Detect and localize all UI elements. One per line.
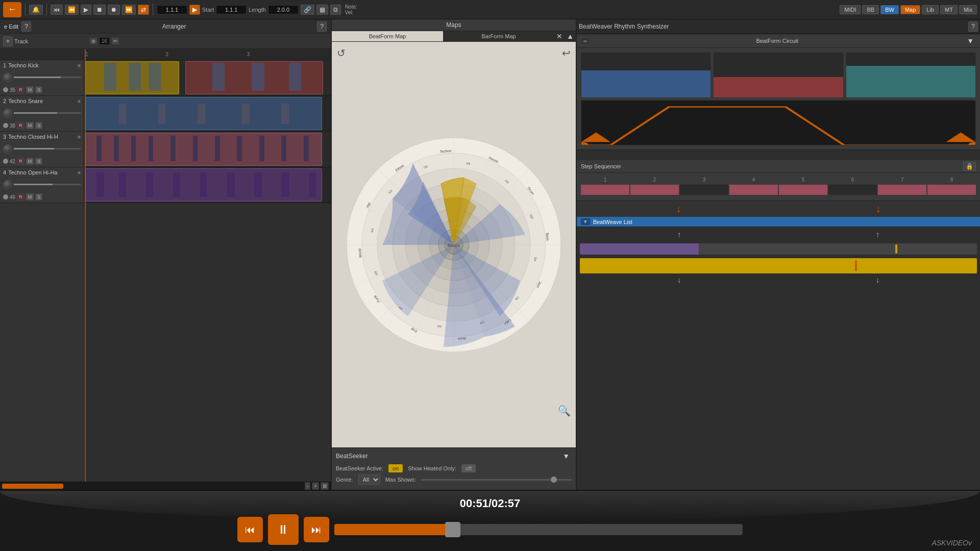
- zoom-out-btn[interactable]: -: [305, 482, 310, 490]
- track-4-knob[interactable]: [3, 180, 12, 189]
- step-back-button[interactable]: ⏪: [65, 5, 79, 15]
- maps-close-button[interactable]: ✕: [554, 31, 565, 41]
- fast-forward-button[interactable]: ⏩: [122, 5, 136, 15]
- bwl-bar-1[interactable]: [580, 243, 977, 255]
- clip[interactable]: [281, 104, 288, 124]
- track-3-r-btn[interactable]: R: [17, 158, 24, 165]
- rewind-button[interactable]: ⏮: [51, 5, 63, 15]
- grid-button[interactable]: ▦: [316, 5, 328, 15]
- stop-button[interactable]: ⏹: [93, 5, 106, 15]
- record-button[interactable]: ⏺: [108, 5, 120, 15]
- track-1-s-btn[interactable]: S: [35, 86, 42, 93]
- lib-button[interactable]: Lib: [922, 5, 939, 14]
- track-3-slider[interactable]: [14, 148, 81, 149]
- track-2-menu[interactable]: ≡: [78, 98, 81, 104]
- add-track-button[interactable]: +: [3, 36, 13, 46]
- track-4-s-btn[interactable]: S: [35, 193, 42, 201]
- bwl-bar-highlighted[interactable]: [582, 260, 975, 271]
- refresh-button[interactable]: ↺: [337, 47, 346, 59]
- bw-button[interactable]: BW: [880, 5, 899, 14]
- zoom-in-btn[interactable]: +: [312, 482, 319, 490]
- beatform-map-tab[interactable]: BeatForm Map: [332, 31, 443, 41]
- step-cell[interactable]: [779, 185, 827, 195]
- maps-expand-button[interactable]: ▲: [565, 31, 576, 41]
- play-button[interactable]: ▶: [81, 5, 91, 15]
- bs-genre-select[interactable]: All: [358, 474, 380, 485]
- progress-handle[interactable]: [445, 522, 460, 537]
- clip[interactable]: [289, 63, 301, 91]
- magnify-button[interactable]: 🔍: [558, 405, 571, 417]
- track-4-menu[interactable]: ≡: [78, 170, 81, 176]
- bw-help-button[interactable]: ?: [968, 21, 978, 32]
- barform-map-tab[interactable]: BarForm Map: [443, 31, 554, 41]
- step-cell[interactable]: [828, 185, 877, 195]
- track-4-r-btn[interactable]: R: [17, 193, 24, 201]
- step-cell[interactable]: [878, 185, 926, 195]
- track-3-s-btn[interactable]: S: [35, 158, 42, 165]
- track-1-knob[interactable]: [3, 73, 12, 82]
- track-4-m-btn[interactable]: M: [26, 193, 34, 201]
- step-cell[interactable]: [680, 185, 728, 195]
- bs-heated-toggle[interactable]: off: [461, 464, 476, 472]
- clone-button[interactable]: ⧉: [330, 5, 341, 15]
- clip[interactable]: [119, 104, 126, 124]
- bb-button[interactable]: BB: [862, 5, 879, 14]
- track-3-knob[interactable]: [3, 144, 12, 154]
- skip-forward-button[interactable]: ⏭: [304, 517, 329, 542]
- arranger-help2-button[interactable]: ?: [317, 21, 327, 32]
- zoom-btn[interactable]: ⊕: [89, 37, 97, 45]
- track-2-s-btn[interactable]: S: [35, 122, 42, 129]
- beat-map-svg[interactable]: Techno House Drum Bass Jazz Latin Rock P…: [341, 133, 566, 357]
- progress-bar-container[interactable]: [334, 524, 743, 535]
- track-1-menu[interactable]: ≡: [78, 63, 81, 68]
- step-cell[interactable]: [581, 185, 629, 195]
- loop-button[interactable]: ⇄: [138, 5, 149, 15]
- track-1-slider[interactable]: [14, 77, 81, 78]
- map-button[interactable]: Map: [900, 5, 920, 14]
- pencil-btn[interactable]: ✏: [111, 37, 119, 45]
- bwl-down-1[interactable]: ↓: [677, 276, 681, 285]
- bs-active-toggle[interactable]: on: [388, 464, 403, 472]
- clip[interactable]: [242, 104, 249, 124]
- pause-button[interactable]: ⏸: [268, 514, 299, 545]
- circuit-dropdown-btn[interactable]: ▼: [965, 36, 976, 46]
- bwl-expand-btn[interactable]: ▼: [581, 218, 590, 225]
- mix-button[interactable]: Mix: [959, 5, 977, 14]
- clip[interactable]: [212, 63, 225, 91]
- track-2-r-btn[interactable]: R: [17, 122, 24, 129]
- bwl-up-1[interactable]: ↑: [677, 230, 681, 239]
- clip[interactable]: [149, 63, 161, 91]
- midi-button[interactable]: MIDI: [840, 5, 861, 14]
- track-2-slider[interactable]: [14, 112, 81, 114]
- bwl-down-2[interactable]: ↓: [876, 276, 880, 285]
- link-button[interactable]: 🔗: [301, 5, 314, 15]
- track-1-r-btn[interactable]: R: [17, 86, 24, 93]
- clip[interactable]: [252, 63, 264, 91]
- bwl-up-2[interactable]: ↑: [876, 230, 880, 239]
- circuit-expand-btn[interactable]: ∞: [581, 37, 590, 45]
- skip-back-button[interactable]: ⏮: [237, 517, 263, 542]
- arranger-scrollbar[interactable]: - + ⊠: [0, 482, 331, 490]
- step-lock-btn[interactable]: 🔒: [963, 162, 976, 171]
- clip[interactable]: [104, 63, 116, 91]
- clip[interactable]: [129, 63, 141, 91]
- scrollbar-thumb[interactable]: [2, 484, 63, 489]
- clip[interactable]: [158, 104, 165, 124]
- step-cell[interactable]: [630, 185, 679, 195]
- bs-slider[interactable]: [421, 479, 572, 481]
- alert-button[interactable]: 🔔: [29, 5, 43, 15]
- track-3-m-btn[interactable]: M: [26, 158, 34, 165]
- track-3-menu[interactable]: ≡: [78, 134, 81, 140]
- clip[interactable]: [85, 133, 322, 166]
- mt-button[interactable]: MT: [940, 5, 958, 14]
- undo-button[interactable]: ↩: [562, 47, 571, 59]
- arranger-help-button[interactable]: ?: [21, 21, 31, 32]
- zoom-fit-btn[interactable]: ⊠: [321, 482, 329, 490]
- step-cell[interactable]: [729, 185, 778, 195]
- track-1-m-btn[interactable]: M: [26, 86, 34, 93]
- step-cell[interactable]: [927, 185, 976, 195]
- back-button[interactable]: ←: [3, 2, 21, 17]
- beatseeker-expand-button[interactable]: ▼: [560, 451, 572, 461]
- sync-button[interactable]: ▶: [189, 5, 200, 15]
- track-4-slider[interactable]: [14, 184, 81, 185]
